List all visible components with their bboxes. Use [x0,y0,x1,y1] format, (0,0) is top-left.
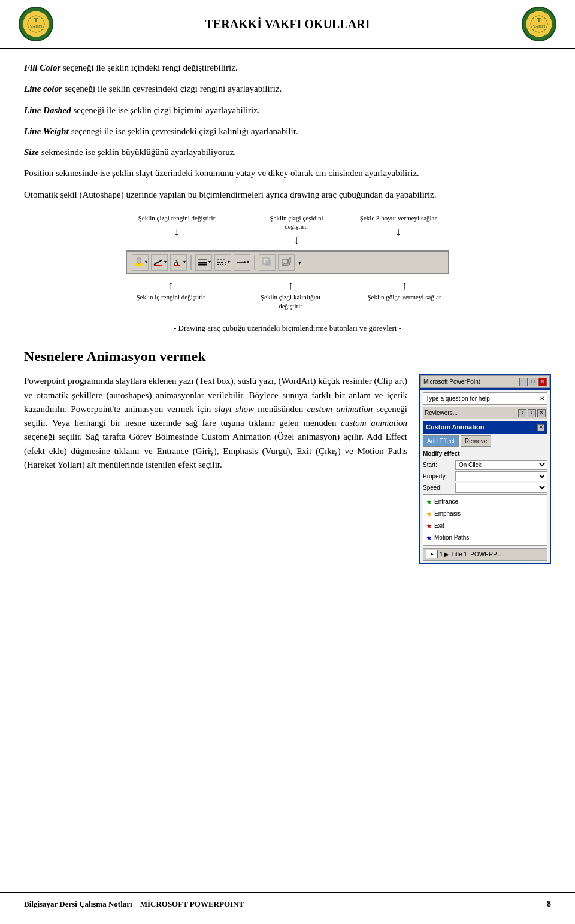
next-btn[interactable]: › [528,409,536,417]
reviewers-bar: Reviewers... ‹ › ✕ [423,407,547,419]
svg-rect-14 [174,265,180,266]
page-number: 8 [547,898,551,910]
right-logo: T VAKFI [521,6,557,42]
panel-app-bar: Microsoft PowerPoint _ □ ✕ [420,375,550,388]
paragraph-size: Size sekmesinde ise şeklin büyüklüğünü a… [24,146,551,159]
custom-anim-header: Custom Animation ✕ [423,421,547,434]
paragraph-line-weight: Line Weight seçeneği ile ise şeklin çevr… [24,125,551,138]
animation-paragraph: Powerpoint programında slaytlara eklenen… [24,374,407,472]
top-label-3: Şekle 3 boyut vermeyi sağlar ↓ [359,214,437,248]
section-heading: Nesnelere Animasyon vermek [24,346,551,367]
animation-panel: Microsoft PowerPoint _ □ ✕ Type a questi… [419,374,551,564]
svg-marker-22 [244,260,246,264]
svg-rect-12 [154,265,162,266]
paragraph-line-dashed: Line Dashed seçeneği ile ise şeklin çizg… [24,104,551,117]
panel-body: Type a question for help ✕ Reviewers... … [420,390,550,563]
header: T VAKFI TERAKKİ VAKFI OKULLARI T VAKFI [0,0,575,49]
slide-icon: ▶ [426,550,438,558]
property-select[interactable] [455,471,547,481]
effect-exit: ★ Exit [425,520,546,532]
fill-color-btn[interactable]: ▾ [132,254,149,271]
svg-text:A: A [174,258,179,266]
property-row: Property: [423,471,547,481]
paragraph-fill-color: Fill Color seçeneği ile şeklin içindeki … [24,61,551,75]
header-title: TERAKKİ VAKFI OKULLARI [54,15,521,33]
start-select[interactable]: On Click [455,460,547,470]
custom-anim-close-btn[interactable]: ✕ [537,424,544,431]
term-line-color: Line color [24,84,62,93]
help-close[interactable]: ✕ [540,394,544,403]
page-wrapper: T VAKFI TERAKKİ VAKFI OKULLARI T VAKFI F… [0,0,575,924]
help-bar: Type a question for help ✕ [423,392,547,405]
paragraph-autoshape: Otomatik şekil (Autoshape) üzerinde yapı… [24,188,551,202]
font-color-btn[interactable]: A ▾ [170,254,187,271]
paragraph-position: Position sekmesinde ise şeklin slayt üze… [24,166,551,180]
bottom-label-1: ↑ Şeklin iç rengini değiştirir [132,277,210,310]
footer: Bilgisayar Dersi Çalışma Notları – MİCRO… [0,892,575,915]
bottom-label-3: ↑ Şeklin gölge vermeyi sağlar [365,277,443,310]
effect-emphasis: ★ Emphasis [425,508,546,520]
toolbar-row: ▾ ▾ A ▾ [126,250,449,274]
line-style-btn[interactable]: ▾ [195,254,212,271]
effect-motion-paths: ★ Motion Paths [425,532,546,544]
modify-label: Modify effect [423,449,547,458]
term-line-dashed: Line Dashed [24,105,71,115]
top-label-2: Şeklin çizgi çeşidini değiştirir ↓ [258,214,335,248]
svg-text:T: T [34,17,38,23]
restore-btn[interactable]: □ [529,378,537,386]
footer-left: Bilgisayar Dersi Çalışma Notları – MİCRO… [24,898,244,910]
term-line-weight: Line Weight [24,126,69,136]
close-reviewers-btn[interactable]: ✕ [537,409,546,417]
bottom-label-2: ↑ Şeklin çizgi kalınlığını değiştirir [249,277,332,310]
animation-text-col: Powerpoint programında slaytlara eklenen… [24,374,407,479]
svg-line-11 [154,260,162,265]
animation-section: Powerpoint programında slaytlara eklenen… [24,374,551,564]
close-app-btn[interactable]: ✕ [538,378,547,386]
start-row: Start: On Click [423,460,547,470]
toolbar-diagram: Şeklin çizgi rengini değiştirir ↓ Şeklin… [126,214,449,334]
prev-btn[interactable]: ‹ [518,409,526,417]
diagram-caption: - Drawing araç çubuğu üzerindeki biçimle… [126,322,449,334]
3d-btn[interactable] [278,254,295,271]
effect-entrance: ★ Entrance [425,496,546,508]
term-size: Size [24,147,39,157]
svg-text:VAKFI: VAKFI [533,24,546,29]
term-fill-color: Fill Color [24,63,60,72]
arrow-style-btn[interactable]: ▾ [234,254,250,271]
left-logo: T VAKFI [18,6,54,42]
speed-row: Speed: [423,483,547,493]
speed-select[interactable] [455,483,547,493]
svg-rect-24 [265,260,271,266]
svg-text:T: T [537,17,541,23]
effects-list: ★ Entrance ★ Emphasis ★ Exit [423,494,547,546]
dash-style-btn[interactable]: ▾ [214,254,231,271]
main-content: Fill Color seçeneği ile şeklin içindeki … [0,49,575,576]
line-color-btn[interactable]: ▾ [151,254,168,271]
animation-panel-col: Microsoft PowerPoint _ □ ✕ Type a questi… [419,374,551,564]
effect-buttons-row: Add Effect Remove [423,435,547,447]
more-btn[interactable]: ▾ [298,258,301,267]
svg-text:VAKFI: VAKFI [30,24,43,29]
remove-btn[interactable]: Remove [461,435,491,447]
paragraph-line-color: Line color seçeneği ile şeklin çevresind… [24,82,551,96]
add-effect-btn[interactable]: Add Effect [423,435,459,447]
shadow-btn[interactable] [259,254,276,271]
top-label-1: Şeklin çizgi rengini değiştirir ↓ [138,214,216,248]
play-bar: ▶ 1 ▶ Title 1: POWERP... [423,548,547,561]
minimize-btn[interactable]: _ [519,378,528,386]
